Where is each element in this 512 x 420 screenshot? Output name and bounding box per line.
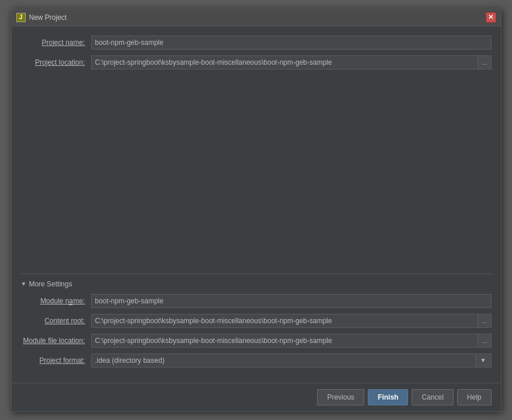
module-name-input-container (91, 294, 492, 308)
project-format-dropdown-arrow-icon: ▼ (476, 354, 492, 368)
help-button[interactable]: Help (457, 389, 492, 405)
project-name-row: Project name: (21, 36, 492, 50)
collapse-triangle-icon: ▼ (21, 281, 27, 287)
cancel-button[interactable]: Cancel (412, 389, 453, 405)
previous-button[interactable]: Previous (317, 389, 364, 405)
project-location-input[interactable] (91, 55, 479, 69)
project-location-input-container: ... (91, 55, 492, 69)
title-bar: J New Project ✕ (12, 9, 501, 26)
module-name-input[interactable] (91, 294, 492, 308)
project-location-row: Project location: ... (21, 55, 492, 69)
more-settings-label: More Settings (29, 280, 72, 288)
content-root-browse-button[interactable]: ... (478, 314, 491, 328)
dialog-footer: Previous Finish Cancel Help (12, 383, 501, 411)
content-root-row: Content root: ... (21, 314, 492, 328)
project-name-input-container (91, 36, 492, 50)
project-name-input[interactable] (91, 36, 492, 50)
new-project-dialog: J New Project ✕ Project name: Project lo… (11, 9, 501, 412)
module-file-location-input-container: ... (91, 334, 492, 348)
project-format-label: Project format: (21, 356, 91, 365)
dialog-icon: J (16, 13, 26, 22)
module-file-location-label: Module file location: (21, 337, 91, 345)
project-format-select[interactable]: .idea (directory based) (91, 354, 476, 368)
project-format-row: Project format: .idea (directory based) … (21, 354, 492, 368)
project-format-dropdown-container: .idea (directory based) ▼ (91, 354, 492, 368)
project-name-label: Project name: (21, 38, 91, 47)
module-name-label: Module na̲me: (21, 297, 91, 305)
empty-area (21, 75, 492, 274)
content-root-input-container: ... (91, 314, 492, 328)
module-file-location-browse-button[interactable]: ... (478, 334, 491, 348)
close-button[interactable]: ✕ (486, 12, 496, 23)
module-file-location-row: Module file location: ... (21, 334, 492, 348)
project-location-browse-button[interactable]: ... (478, 55, 491, 69)
content-root-label: Content root: (21, 317, 91, 325)
module-file-location-input[interactable] (91, 334, 479, 348)
project-location-label: Project location: (21, 58, 91, 66)
module-name-row: Module na̲me: (21, 294, 492, 308)
finish-button[interactable]: Finish (368, 389, 408, 405)
dialog-body: Project name: Project location: ... ▼ Mo… (12, 26, 501, 383)
more-settings-section: ▼ More Settings Module na̲me: Content ro… (21, 274, 492, 368)
dialog-title: New Project (29, 13, 67, 22)
more-settings-header[interactable]: ▼ More Settings (21, 280, 492, 288)
content-root-input[interactable] (91, 314, 479, 328)
